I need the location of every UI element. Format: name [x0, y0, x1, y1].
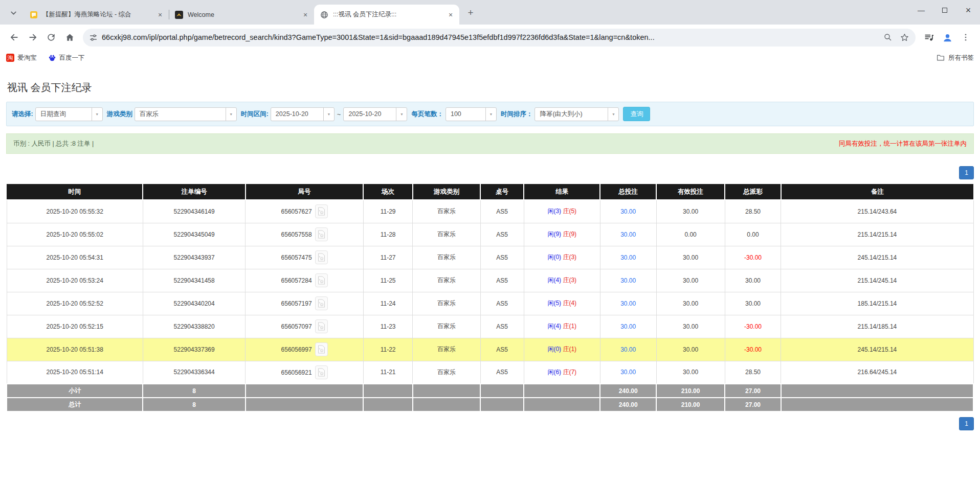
reload-icon[interactable]: [42, 28, 60, 47]
all-bookmarks[interactable]: 所有书签: [936, 53, 974, 62]
profile-icon[interactable]: [938, 28, 956, 47]
cell-valid-bet: 0.00: [656, 223, 725, 246]
url-bar[interactable]: 66cxkj98.com/ipl/portal.php/game/betreco…: [83, 29, 916, 47]
video-replay-icon[interactable]: [315, 250, 328, 264]
tab-close-icon[interactable]: ×: [155, 10, 165, 19]
per-page-select[interactable]: 100 ▼: [446, 107, 497, 121]
cell-total-bet[interactable]: 30.00: [600, 200, 656, 223]
date-to-select[interactable]: 2025-10-20 ▼: [343, 107, 407, 121]
cell-session: 11-23: [363, 315, 412, 338]
page-1-button[interactable]: 1: [959, 166, 974, 179]
valid-bet-note: 同局有效投注，统一计算在该局第一张注单内: [839, 140, 967, 148]
cell-total-bet[interactable]: 30.00: [600, 246, 656, 269]
search-button[interactable]: 查询: [623, 107, 650, 121]
cell-total-bet[interactable]: 30.00: [600, 338, 656, 361]
zoom-icon[interactable]: [883, 33, 893, 42]
home-icon[interactable]: [60, 28, 79, 47]
tab-search-icon[interactable]: [6, 6, 20, 20]
maximize-icon[interactable]: [933, 0, 956, 20]
bookmark-aitaobao[interactable]: 淘 爱淘宝: [6, 54, 37, 62]
chevron-down-icon: ▼: [92, 108, 102, 121]
all-bookmarks-icon: [936, 53, 945, 62]
table-header-row: 时间 注单编号 局号 场次 游戏类别 桌号 结果 总投注 有效投注 总派彩 备注: [7, 184, 973, 200]
cell-table-no: AS5: [480, 200, 524, 223]
cell-total-bet[interactable]: 30.00: [600, 223, 656, 246]
footer-payout: 27.00: [725, 384, 781, 398]
tab-strip: 【新提醒】海燕策略论坛 - 综合 × Welcome × :::视讯 会员下注纪…: [0, 0, 980, 25]
video-replay-icon[interactable]: [315, 227, 328, 241]
video-replay-icon[interactable]: [315, 365, 328, 379]
table-row: 2025-10-20 05:51:38522904337369656056997…: [7, 338, 973, 361]
cell-valid-bet: 30.00: [656, 200, 725, 223]
cell-time: 2025-10-20 05:51:38: [7, 338, 143, 361]
tab-welcome[interactable]: Welcome ×: [169, 5, 314, 25]
cell-game-type: 百家乐: [413, 200, 480, 223]
tab-betrecord-active[interactable]: :::视讯 会员下注纪录::: ×: [314, 5, 459, 25]
chevron-down-icon: ▼: [608, 108, 618, 121]
table-row: 2025-10-20 05:51:14522904336344656056921…: [7, 361, 973, 384]
date-from-select[interactable]: 2025-10-20 ▼: [271, 107, 335, 121]
cell-remark: 185.14/215.14: [781, 292, 973, 315]
cell-table-no: AS5: [480, 315, 524, 338]
bookmark-label: 爱淘宝: [17, 54, 37, 62]
video-replay-icon[interactable]: [315, 342, 328, 356]
page-1-button[interactable]: 1: [959, 417, 974, 430]
query-type-select[interactable]: 日期查询 ▼: [35, 107, 103, 121]
new-tab-icon[interactable]: +: [463, 6, 478, 20]
cell-round-no: 656056921: [246, 361, 364, 384]
cell-table-no: AS5: [480, 246, 524, 269]
back-icon[interactable]: [5, 28, 24, 47]
pagination-bottom: 1: [6, 417, 974, 430]
footer-count: 8: [143, 398, 245, 411]
cell-total-bet[interactable]: 30.00: [600, 361, 656, 384]
browser-toolbar: 66cxkj98.com/ipl/portal.php/game/betreco…: [0, 25, 980, 50]
game-type-select[interactable]: 百家乐 ▼: [135, 107, 237, 121]
col-bet-no: 注单编号: [143, 184, 245, 200]
tab-forum[interactable]: 【新提醒】海燕策略论坛 - 综合 ×: [24, 5, 169, 25]
cell-total-bet[interactable]: 30.00: [600, 292, 656, 315]
table-row: 2025-10-20 05:52:52522904340204656057197…: [7, 292, 973, 315]
window-controls: — ×: [909, 0, 980, 20]
table-row: 2025-10-20 05:53:24522904341458656057284…: [7, 269, 973, 292]
col-table-no: 桌号: [480, 184, 524, 200]
site-info-icon[interactable]: [89, 33, 98, 42]
video-replay-icon[interactable]: [315, 204, 328, 218]
menu-icon[interactable]: [956, 28, 975, 47]
cell-result: 闲(3) 庄(5): [524, 200, 600, 223]
tab-close-icon[interactable]: ×: [301, 10, 310, 19]
cell-result: 闲(4) 庄(1): [524, 315, 600, 338]
minimize-icon[interactable]: —: [909, 0, 933, 20]
chevron-down-icon: ▼: [226, 108, 236, 121]
tab-title: 【新提醒】海燕策略论坛 - 综合: [42, 10, 152, 19]
cell-result: 闲(6) 庄(7): [524, 361, 600, 384]
sort-select[interactable]: 降幂(由大到小) ▼: [534, 107, 619, 121]
forward-icon[interactable]: [24, 28, 42, 47]
forum-yellow-icon: [30, 11, 38, 19]
cell-table-no: AS5: [480, 361, 524, 384]
chevron-down-icon: ▼: [396, 108, 407, 121]
footer-label: 总计: [7, 398, 143, 411]
browser-window: 【新提醒】海燕策略论坛 - 综合 × Welcome × :::视讯 会员下注纪…: [0, 0, 980, 65]
cell-result: 闲(9) 庄(9): [524, 223, 600, 246]
media-control-icon[interactable]: [920, 28, 938, 47]
cell-total-bet[interactable]: 30.00: [600, 315, 656, 338]
url-text[interactable]: 66cxkj98.com/ipl/portal.php/game/betreco…: [102, 33, 878, 41]
cell-bet-no: 522904337369: [143, 338, 245, 361]
cell-bet-no: 522904343937: [143, 246, 245, 269]
cell-total-bet[interactable]: 30.00: [600, 269, 656, 292]
sort-label: 时间排序：: [501, 110, 533, 119]
cell-remark: 245.14/215.14: [781, 246, 973, 269]
video-replay-icon[interactable]: [315, 273, 328, 287]
bookmark-baidu[interactable]: 百度一下: [48, 54, 85, 62]
table-footer-row: 总计8240.00210.0027.00: [7, 398, 973, 411]
cell-game-type: 百家乐: [413, 315, 480, 338]
video-replay-icon[interactable]: [315, 319, 328, 333]
time-range-label: 时间区间:: [241, 110, 269, 119]
cell-game-type: 百家乐: [413, 269, 480, 292]
tab-close-icon[interactable]: ×: [446, 10, 455, 19]
col-payout: 总派彩: [725, 184, 781, 200]
cell-round-no: 656057097: [246, 315, 364, 338]
bookmark-star-icon[interactable]: [900, 33, 909, 42]
close-icon[interactable]: ×: [956, 0, 980, 20]
video-replay-icon[interactable]: [315, 296, 328, 310]
